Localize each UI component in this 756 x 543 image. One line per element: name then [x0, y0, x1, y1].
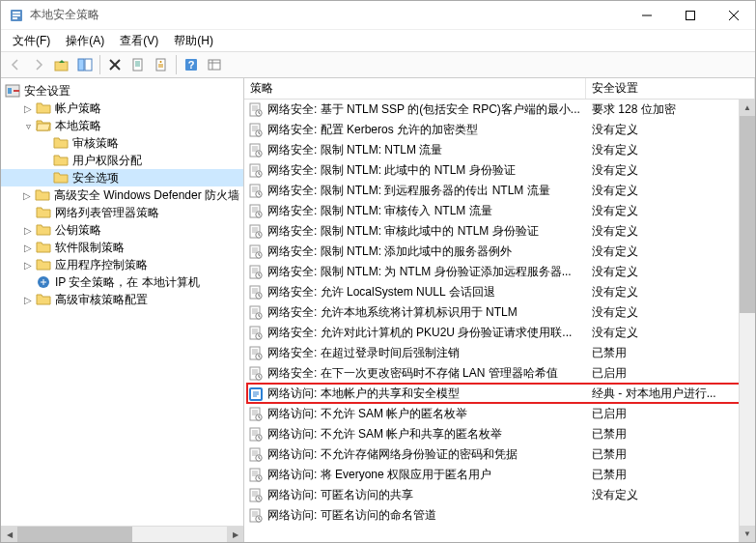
list-row[interactable]: 网络安全: 在下一次更改密码时不存储 LAN 管理器哈希值已启用	[244, 363, 755, 384]
scroll-right-icon[interactable]: ▶	[227, 527, 243, 542]
menu-action[interactable]: 操作(A)	[58, 31, 112, 51]
menu-help[interactable]: 帮助(H)	[166, 31, 221, 51]
menu-file[interactable]: 文件(F)	[5, 31, 58, 51]
policy-name: 网络安全: 限制 NTLM: 审核传入 NTLM 流量	[267, 203, 492, 219]
column-policy[interactable]: 策略	[244, 78, 586, 99]
help-icon: ?	[183, 57, 199, 72]
expand-spacer	[22, 207, 34, 218]
list-row[interactable]: 网络安全: 限制 NTLM: 添加此域中的服务器例外没有定义	[244, 242, 755, 262]
list-row[interactable]: 网络安全: 在超过登录时间后强制注销已禁用	[244, 343, 755, 363]
help-button[interactable]: ?	[181, 54, 202, 75]
expand-icon[interactable]: ▷	[22, 294, 34, 305]
scroll-up-icon[interactable]: ▲	[740, 100, 755, 116]
list-row[interactable]: 网络访问: 不允许存储网络身份验证的密码和凭据已禁用	[244, 444, 755, 465]
scroll-left-icon[interactable]: ◀	[1, 527, 17, 542]
list-row[interactable]: 网络安全: 限制 NTLM: 此域中的 NTLM 身份验证没有定义	[244, 160, 755, 181]
expand-icon[interactable]: ▷	[22, 189, 33, 201]
list-body[interactable]: 网络安全: 基于 NTLM SSP 的(包括安全 RPC)客户端的最小...要求…	[244, 100, 755, 540]
tree-label: 软件限制策略	[55, 240, 125, 256]
tree-label: 审核策略	[72, 135, 119, 152]
properties-button[interactable]	[151, 54, 172, 75]
policy-icon	[248, 305, 264, 321]
tree-item-advaudit[interactable]: ▷ 高级审核策略配置	[1, 291, 243, 308]
menu-view[interactable]: 查看(V)	[112, 31, 166, 51]
tree-item-appctrl[interactable]: ▷ 应用程序控制策略	[1, 256, 243, 273]
list-row[interactable]: 网络安全: 允许对此计算机的 PKU2U 身份验证请求使用联...没有定义	[244, 323, 755, 343]
back-button	[5, 54, 26, 75]
list-row[interactable]: 网络安全: 限制 NTLM: 审核此域中的 NTLM 身份验证没有定义	[244, 221, 755, 242]
expand-icon[interactable]: ▷	[22, 102, 34, 114]
policy-name: 网络安全: 限制 NTLM: 到远程服务器的传出 NTLM 流量	[267, 183, 550, 199]
policy-setting: 没有定义	[586, 221, 755, 242]
tree-horizontal-scrollbar[interactable]: ◀ ▶	[1, 526, 243, 542]
tree-item-software[interactable]: ▷ 软件限制策略	[1, 239, 243, 256]
list-row[interactable]: 网络安全: 限制 NTLM: NTLM 流量没有定义	[244, 140, 755, 160]
refresh-button[interactable]	[204, 54, 225, 75]
tree-item-pubkey[interactable]: ▷ 公钥策略	[1, 221, 243, 239]
toolbar: ?	[1, 51, 755, 78]
up-button[interactable]	[51, 54, 72, 75]
column-setting[interactable]: 安全设置	[586, 78, 755, 99]
tree-root[interactable]: 安全设置	[1, 82, 243, 100]
policy-setting: 没有定义	[586, 302, 755, 323]
tree-item-audit-policy[interactable]: 审核策略	[1, 134, 243, 152]
policy-setting: 已启用	[586, 404, 755, 424]
policy-setting: 没有定义	[586, 160, 755, 181]
tree-item-local-policy[interactable]: ▿ 本地策略	[1, 117, 243, 134]
ipsec-icon	[36, 274, 51, 290]
tree-item-netlist[interactable]: 网络列表管理器策略	[1, 204, 243, 221]
policy-icon	[248, 265, 264, 280]
tree-label: IP 安全策略，在 本地计算机	[55, 274, 200, 291]
policy-icon	[248, 123, 264, 138]
tree-item-security-options[interactable]: 安全选项	[1, 169, 243, 186]
list-row[interactable]: 网络安全: 允许本地系统将计算机标识用于 NTLM没有定义	[244, 302, 755, 323]
list-row[interactable]: 网络访问: 将 Everyone 权限应用于匿名用户已禁用	[244, 465, 755, 485]
svg-point-15	[160, 61, 162, 63]
show-hide-tree-button[interactable]	[74, 54, 96, 75]
list-row[interactable]: 网络访问: 可匿名访问的命名管道	[244, 505, 755, 526]
folder-icon	[53, 153, 69, 168]
list-row[interactable]: 网络安全: 限制 NTLM: 为 NTLM 身份验证添加远程服务器...没有定义	[244, 262, 755, 282]
policy-setting	[586, 505, 755, 526]
policy-icon	[248, 224, 264, 240]
policy-icon	[248, 386, 264, 402]
list-row[interactable]: 网络安全: 限制 NTLM: 审核传入 NTLM 流量没有定义	[244, 201, 755, 221]
export-icon	[130, 57, 146, 72]
list-vertical-scrollbar[interactable]: ▲ ▼	[739, 100, 755, 542]
policy-setting: 经典 - 对本地用户进行...	[586, 384, 755, 404]
collapse-icon[interactable]: ▿	[22, 120, 34, 131]
list-row[interactable]: 网络访问: 可匿名访问的共享没有定义	[244, 485, 755, 505]
tree-label: 安全选项	[72, 170, 119, 186]
folder-icon	[36, 100, 51, 116]
list-row[interactable]: 网络安全: 基于 NTLM SSP 的(包括安全 RPC)客户端的最小...要求…	[244, 100, 755, 120]
scroll-thumb[interactable]	[17, 527, 132, 542]
policy-name: 网络访问: 将 Everyone 权限应用于匿名用户	[267, 467, 491, 483]
list-row[interactable]: 网络安全: 配置 Kerberos 允许的加密类型没有定义	[244, 120, 755, 140]
tree[interactable]: 安全设置 ▷ 帐户策略 ▿ 本地策略 审核策略 用户权限分配	[1, 78, 243, 523]
svg-rect-9	[78, 59, 84, 71]
tree-label: 高级安全 Windows Defender 防火墙	[54, 187, 239, 204]
expand-icon[interactable]: ▷	[22, 242, 34, 253]
scroll-thumb[interactable]	[740, 116, 755, 313]
close-button[interactable]	[712, 1, 755, 29]
delete-button[interactable]	[104, 54, 126, 75]
tree-item-defender[interactable]: ▷ 高级安全 Windows Defender 防火墙	[1, 186, 243, 204]
back-icon	[9, 58, 22, 71]
list-row[interactable]: 网络安全: 允许 LocalSystem NULL 会话回退没有定义	[244, 282, 755, 302]
list-row[interactable]: 网络安全: 限制 NTLM: 到远程服务器的传出 NTLM 流量没有定义	[244, 181, 755, 201]
scroll-track[interactable]	[17, 527, 227, 542]
export-button[interactable]	[127, 54, 149, 75]
minimize-button[interactable]	[625, 1, 668, 29]
properties-icon	[154, 57, 169, 72]
list-row[interactable]: 网络访问: 本地帐户的共享和安全模型经典 - 对本地用户进行...	[244, 384, 755, 404]
expand-icon[interactable]: ▷	[22, 224, 34, 236]
tree-item-user-rights[interactable]: 用户权限分配	[1, 152, 243, 169]
scroll-track[interactable]	[740, 116, 755, 526]
maximize-button[interactable]	[668, 1, 712, 29]
tree-item-ipsec[interactable]: IP 安全策略，在 本地计算机	[1, 273, 243, 291]
list-row[interactable]: 网络访问: 不允许 SAM 帐户的匿名枚举已启用	[244, 404, 755, 424]
expand-icon[interactable]: ▷	[22, 259, 34, 271]
tree-item-account-policy[interactable]: ▷ 帐户策略	[1, 100, 243, 117]
list-row[interactable]: 网络访问: 不允许 SAM 帐户和共享的匿名枚举已禁用	[244, 424, 755, 444]
scroll-down-icon[interactable]: ▼	[740, 526, 755, 542]
